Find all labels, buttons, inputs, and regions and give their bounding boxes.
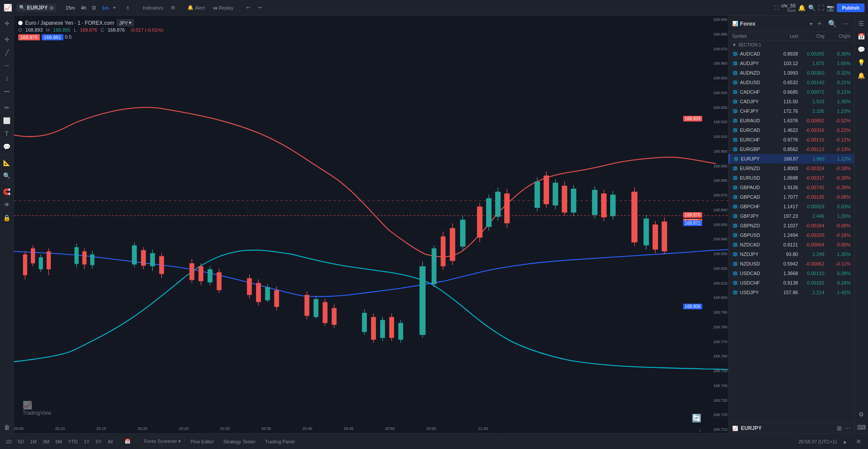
watchlist-row-nzdjpy[interactable]: 🌐NZDJPY93.801.2491.35% — [729, 249, 854, 259]
time-2015: 20:15 — [96, 426, 106, 431]
watchlist-row-audcad[interactable]: 🌐AUDCAD0.89280.002650.30% — [729, 49, 854, 59]
crosshair-tool[interactable]: ✛ — [1, 33, 13, 46]
watchlist-row-audjpy[interactable]: 🌐AUDJPY103.121.6751.65% — [729, 59, 854, 68]
wl-chg-14: -0.00742 — [798, 185, 825, 190]
wl-sym-label-14: GBPAUD — [740, 185, 760, 190]
watchlist-row-gbpaud[interactable]: 🌐GBPAUD1.9126-0.00742-0.39% — [729, 183, 854, 192]
pitchfork-tool[interactable]: 𝄩 — [1, 85, 13, 98]
period-all[interactable]: All — [105, 438, 115, 445]
watchlist-row-gbpchf[interactable]: 🌐GBPCHF1.14170.000290.03% — [729, 202, 854, 211]
calendar-icon-btn[interactable]: 📅 — [855, 30, 868, 43]
shapes-tool[interactable]: ⬜ — [1, 115, 13, 127]
watchlist-row-cadchf[interactable]: 🌐CADCHF0.66850.000720.11% — [729, 87, 854, 97]
channel-tool[interactable]: ⫶ — [1, 72, 13, 85]
period-6m[interactable]: 6M — [53, 438, 64, 445]
replay-btn[interactable]: ⏮ Replay — [210, 4, 236, 11]
watchlist-row-gbpnzd[interactable]: 🌐GBPNZD2.1027-0.00164-0.08% — [729, 221, 854, 230]
watchlist-row-nzdcad[interactable]: 🌐NZDCAD0.8121-0.000040.00% — [729, 240, 854, 249]
watchlist-row-gbpusd[interactable]: 🌐GBPUSD1.2494-0.00200-0.16% — [729, 230, 854, 240]
currency-selector[interactable]: JPY ▾ — [117, 19, 134, 26]
watchlist-row-usdjpy[interactable]: 🌐USDJPY157.862.2141.42% — [729, 288, 854, 297]
ideas-icon-btn[interactable]: 💡 — [855, 56, 868, 69]
chart-type-btn[interactable]: 🕯 — [123, 4, 133, 11]
watchlist-row-usdchf[interactable]: 🌐USDCHF0.91380.001620.18% — [729, 278, 854, 288]
watchlist-add-btn[interactable]: ＋ — [814, 18, 825, 29]
wl-pct-21: 1.35% — [824, 252, 851, 257]
watchlist-row-eurjpy[interactable]: 🌐EURJPY168.871.8651.12% — [729, 154, 854, 164]
watchlist-row-eurnzd[interactable]: 🌐EURNZD1.8003-0.00324-0.18% — [729, 164, 854, 173]
pine-editor-tab[interactable]: Pine Editor — [187, 437, 218, 446]
price-168840: 168.840 — [704, 237, 727, 241]
watchlist-search-btn[interactable]: 🔍 — [826, 19, 838, 29]
trading-panel-tab[interactable]: Trading Panel — [261, 437, 299, 446]
forex-screener-tab[interactable]: Forex Screener ▾ — [140, 437, 185, 446]
period-3m[interactable]: 3M — [40, 438, 51, 445]
watchlist-icon-btn[interactable]: ☰ — [855, 17, 868, 29]
watchlist-row-eurusd[interactable]: 🌐EURUSD1.0698-0.00317-0.30% — [729, 173, 854, 183]
strategy-tester-tab[interactable]: Strategy Tester — [220, 437, 260, 446]
date-range-icon-btn[interactable]: 📅 — [121, 437, 135, 446]
interval-dropdown-icon: ▾ — [113, 5, 115, 10]
watchlist-header: 📊 Forex ▾ ＋ 🔍 ⋯ — [729, 16, 854, 32]
wl-flag-20: 🌐 — [732, 243, 738, 247]
wl-sym-label-13: EURUSD — [740, 175, 760, 180]
section-arrow-icon: ▼ — [732, 43, 736, 47]
wl-chg-16: 0.00029 — [798, 204, 825, 209]
trash-tool[interactable]: 🗑 — [1, 421, 13, 433]
period-1d[interactable]: 1D — [3, 438, 14, 445]
templates-btn[interactable]: ⊞ — [168, 4, 178, 11]
redo-btn[interactable]: ↪ — [255, 4, 264, 11]
alert-btn[interactable]: 🔔 Alert — [185, 4, 207, 11]
alerts-icon-btn[interactable]: 🔔 — [855, 69, 868, 82]
watchlist-row-audusd[interactable]: 🌐AUDUSD0.65320.001400.21% — [729, 78, 854, 87]
expand-panel-btn[interactable]: ⊞ — [853, 437, 865, 446]
text-tool[interactable]: T — [1, 128, 13, 140]
bb-bottom-price: 168.806 — [685, 304, 700, 309]
keyboard-icon-btn[interactable]: ⌨ — [855, 421, 868, 433]
chart-area[interactable]: Euro / Japanese Yen · 1 · FOREX.com JPY … — [14, 16, 728, 433]
period-5d[interactable]: 5D — [16, 438, 26, 445]
undo-btn[interactable]: ↩ — [243, 4, 253, 11]
interval-1m[interactable]: 1m — [100, 4, 111, 11]
watchlist-row-eurchf[interactable]: 🌐EURCHF0.9776-0.00115-0.12% — [729, 135, 854, 144]
horizontal-line-tool[interactable]: ─ — [1, 59, 13, 72]
indicators-btn[interactable]: Indicators — [140, 4, 166, 11]
measure-tool[interactable]: 📐 — [1, 157, 13, 169]
lock-tool[interactable]: 🔒 — [1, 212, 13, 224]
watchlist-row-gbpcad[interactable]: 🌐GBPCAD1.7077-0.00135-0.08% — [729, 192, 854, 202]
watchlist-row-audnzd[interactable]: 🌐AUDNZD1.09930.003500.32% — [729, 68, 854, 78]
chat-icon-btn[interactable]: 💬 — [855, 43, 868, 56]
zoom-tool[interactable]: 🔍 — [1, 170, 13, 182]
watchlist-row-usdcad[interactable]: 🌐USDCAD1.36680.001100.08% — [729, 269, 854, 278]
period-5y[interactable]: 5Y — [93, 438, 103, 445]
interval-D[interactable]: D — [91, 4, 98, 11]
trend-line-tool[interactable]: ╱ — [1, 46, 13, 59]
close-label: C — [101, 27, 104, 33]
watchlist-row-chfjpy[interactable]: 🌐CHFJPY172.762.1051.23% — [729, 106, 854, 116]
period-ytd[interactable]: YTD — [66, 438, 80, 445]
settings-icon-btn[interactable]: ⚙ — [855, 408, 868, 420]
watchlist-row-cadjpy[interactable]: 🌐CADJPY115.501.5331.35% — [729, 97, 854, 106]
wl-symbol-7: 🌐EURAUD — [732, 118, 772, 123]
period-1m[interactable]: 1M — [28, 438, 39, 445]
collapse-panel-btn[interactable]: ▲ — [838, 437, 851, 446]
time-axis-expand[interactable]: ↕ — [699, 427, 701, 433]
period-1y[interactable]: 1Y — [82, 438, 92, 445]
symbol-search[interactable]: 🔍 EURJPY ⊕ — [16, 4, 56, 12]
separator — [60, 3, 60, 12]
watchlist-row-eurcad[interactable]: 🌐EURCAD1.4622-0.00316-0.22% — [729, 125, 854, 135]
watchlist-more-btn[interactable]: ⋯ — [840, 19, 851, 29]
eye-tool[interactable]: 👁 — [1, 199, 13, 211]
watchlist-row-nzdusd[interactable]: 🌐NZDUSD0.5942-0.00062-0.11% — [729, 259, 854, 269]
interval-4h[interactable]: 4h — [79, 4, 88, 11]
magnet-tool[interactable]: 🧲 — [1, 186, 13, 198]
annotation-tool[interactable]: 💬 — [1, 141, 13, 153]
watchlist-row-eurgbp[interactable]: 🌐EURGBP0.8562-0.00113-0.13% — [729, 144, 854, 154]
cursor-tool[interactable]: ✛ — [1, 17, 13, 29]
watchlist-row-gbpjpy[interactable]: 🌐GBPJPY197.232.4461.26% — [729, 211, 854, 221]
interval-15m[interactable]: 15m — [64, 4, 76, 11]
brush-tool[interactable]: ✏ — [1, 102, 13, 114]
wl-chg-10: -0.00113 — [798, 147, 825, 152]
watchlist-row-euraud[interactable]: 🌐EURAUD1.6376-0.00852-0.52% — [729, 116, 854, 125]
publish-button[interactable]: Publish — [837, 3, 865, 12]
